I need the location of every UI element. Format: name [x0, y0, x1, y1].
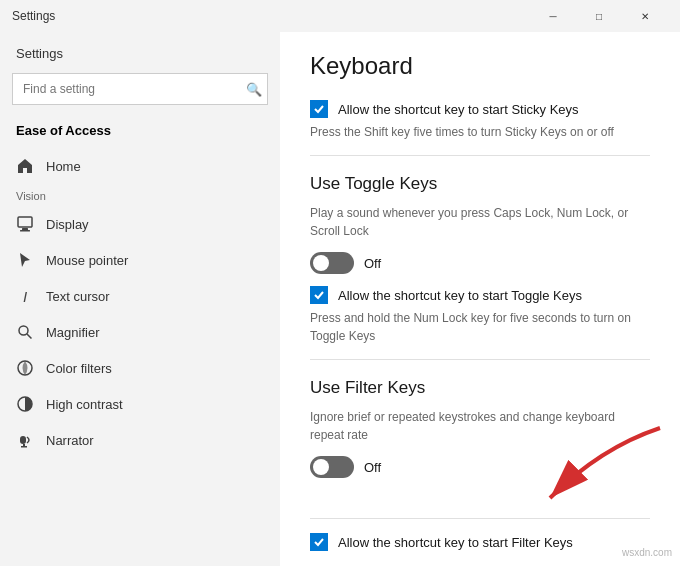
svg-rect-9: [21, 446, 27, 448]
close-button[interactable]: ✕: [622, 0, 668, 32]
search-box: 🔍: [12, 73, 268, 105]
svg-rect-8: [23, 444, 25, 446]
toggle-keys-checkbox-row: Allow the shortcut key to start Toggle K…: [310, 286, 650, 304]
text-cursor-icon: I: [16, 287, 34, 305]
filter-keys-toggle-container: Off: [310, 456, 650, 478]
svg-line-4: [27, 334, 32, 339]
svg-rect-0: [18, 217, 32, 227]
sidebar-item-magnifier[interactable]: Magnifier: [0, 314, 280, 350]
svg-rect-1: [22, 228, 28, 230]
sidebar-item-display[interactable]: Display: [0, 206, 280, 242]
text-cursor-label: Text cursor: [46, 289, 110, 304]
search-input[interactable]: [12, 73, 268, 105]
divider-1: [310, 155, 650, 156]
filter-keys-toggle[interactable]: [310, 456, 354, 478]
sidebar-item-text-cursor[interactable]: I Text cursor: [0, 278, 280, 314]
display-label: Display: [46, 217, 89, 232]
ease-of-access-label: Ease of Access: [0, 117, 280, 148]
sidebar: Settings 🔍 Ease of Access Home Vision: [0, 32, 280, 566]
toggle-keys-toggle[interactable]: [310, 252, 354, 274]
filter-keys-title: Use Filter Keys: [310, 378, 650, 398]
filter-keys-description: Ignore brief or repeated keystrokes and …: [310, 408, 650, 444]
page-title: Keyboard: [310, 52, 650, 80]
high-contrast-icon: [16, 395, 34, 413]
color-filters-label: Color filters: [46, 361, 112, 376]
filter-keys-toggle-row: Off: [310, 456, 650, 478]
magnifier-icon: [16, 323, 34, 341]
color-filters-icon: [16, 359, 34, 377]
filter-keys-checkbox-label: Allow the shortcut key to start Filter K…: [338, 535, 573, 550]
minimize-button[interactable]: ─: [530, 0, 576, 32]
filter-keys-checkbox-row: Allow the shortcut key to start Filter K…: [310, 533, 650, 551]
sidebar-item-mouse-pointer[interactable]: Mouse pointer: [0, 242, 280, 278]
toggle-keys-checkbox-label: Allow the shortcut key to start Toggle K…: [338, 288, 582, 303]
window-controls: ─ □ ✕: [530, 0, 668, 32]
display-icon: [16, 215, 34, 233]
filter-keys-section: Use Filter Keys Ignore brief or repeated…: [310, 378, 650, 551]
maximize-button[interactable]: □: [576, 0, 622, 32]
toggle-keys-description: Play a sound whenever you press Caps Loc…: [310, 204, 650, 240]
toggle-keys-section: Use Toggle Keys Play a sound whenever yo…: [310, 174, 650, 345]
titlebar: Settings ─ □ ✕: [0, 0, 680, 32]
app-title: Settings: [16, 46, 264, 61]
search-icon-button[interactable]: 🔍: [246, 82, 262, 97]
sidebar-item-high-contrast[interactable]: High contrast: [0, 386, 280, 422]
vision-section-label: Vision: [0, 184, 280, 206]
filter-keys-checkbox[interactable]: [310, 533, 328, 551]
svg-point-3: [19, 326, 28, 335]
toggle-keys-toggle-row: Off: [310, 252, 650, 274]
mouse-pointer-label: Mouse pointer: [46, 253, 128, 268]
home-icon: [16, 157, 34, 175]
sidebar-item-home[interactable]: Home: [0, 148, 280, 184]
sidebar-header: Settings: [0, 32, 280, 69]
home-label: Home: [46, 159, 81, 174]
sticky-keys-checkbox-row: Allow the shortcut key to start Sticky K…: [310, 100, 650, 118]
magnifier-label: Magnifier: [46, 325, 99, 340]
sidebar-item-narrator[interactable]: Narrator: [0, 422, 280, 458]
sidebar-item-color-filters[interactable]: Color filters: [0, 350, 280, 386]
filter-keys-state: Off: [364, 460, 381, 475]
toggle-keys-state: Off: [364, 256, 381, 271]
mouse-pointer-icon: [16, 251, 34, 269]
sticky-keys-checkbox-label: Allow the shortcut key to start Sticky K…: [338, 102, 579, 117]
svg-rect-7: [20, 436, 26, 444]
toggle-keys-title: Use Toggle Keys: [310, 174, 650, 194]
narrator-icon: [16, 431, 34, 449]
toggle-keys-checkbox[interactable]: [310, 286, 328, 304]
high-contrast-label: High contrast: [46, 397, 123, 412]
divider-3: [310, 518, 650, 519]
main-content: Keyboard Allow the shortcut key to start…: [280, 32, 680, 566]
toggle-keys-hold-description: Press and hold the Num Lock key for five…: [310, 309, 650, 345]
svg-rect-2: [20, 230, 30, 232]
sticky-keys-description: Press the Shift key five times to turn S…: [310, 123, 650, 141]
sticky-keys-checkbox[interactable]: [310, 100, 328, 118]
sticky-keys-section: Allow the shortcut key to start Sticky K…: [310, 100, 650, 141]
narrator-label: Narrator: [46, 433, 94, 448]
app-body: Settings 🔍 Ease of Access Home Vision: [0, 32, 680, 566]
window-title: Settings: [12, 9, 55, 23]
divider-2: [310, 359, 650, 360]
